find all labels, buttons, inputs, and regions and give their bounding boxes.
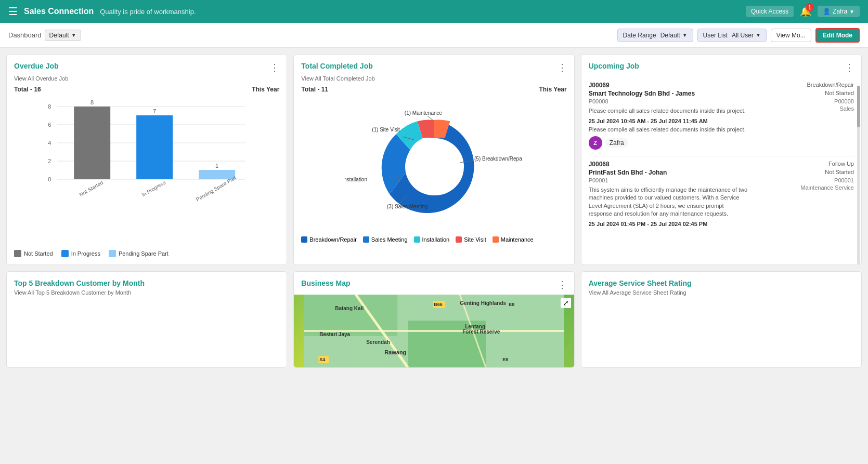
label-maintenance: (1) Maintenance — [405, 110, 443, 116]
svg-text:6: 6 — [48, 122, 51, 128]
completed-header: Total Completed Job ⋮ — [301, 62, 566, 73]
svg-text:E8: E8 — [502, 357, 508, 362]
upcoming-body[interactable]: J00069 Breakdown/Repair Smart Technology… — [581, 77, 861, 241]
job-company-j00069: Smart Technology Sdn Bhd - James — [589, 90, 695, 97]
job-type-j00068: Follow Up — [828, 161, 854, 168]
completed-year: This Year — [539, 86, 567, 93]
overdue-legend: Not Started In Progress Pending Spare Pa… — [14, 250, 279, 257]
job-time-j00068: 25 Jul 2024 01:45 PM - 25 Jul 2024 02:45… — [589, 221, 854, 227]
pie-legend-box-breakdown — [301, 236, 307, 243]
svg-text:2: 2 — [48, 158, 51, 164]
pie-legend-installation: Installation — [414, 236, 450, 243]
top-navigation: ☰ Sales Connection Quality is pride of w… — [0, 0, 868, 23]
user-name: Zafra — [833, 8, 847, 15]
chevron-down-icon-4: ▼ — [756, 32, 761, 38]
job-proj-right-j00068: P00001 — [834, 177, 854, 183]
pie-legend-site-visit: Site Visit — [456, 236, 486, 243]
job-row-proj-2: P00001 P00001 — [589, 177, 854, 183]
dashboard-default-dropdown[interactable]: Default ▼ — [45, 30, 81, 41]
notification-bell[interactable]: 🔔 1 — [800, 6, 811, 17]
chevron-down-icon-3: ▼ — [682, 32, 688, 38]
job-row-id-type: J00069 Breakdown/Repair — [589, 82, 854, 89]
job-category-j00069: Sales — [839, 105, 854, 116]
map-expand-button[interactable]: ⤢ — [561, 298, 571, 308]
avg-rating-title: Average Service Sheet Rating — [589, 279, 692, 287]
job-assignee-wrap: Z Zafra — [589, 136, 854, 150]
user-menu-button[interactable]: 👤 Zafra ▼ — [818, 6, 860, 17]
map-area: Batang Kali Genting Highlands Bestari Ja… — [294, 295, 574, 367]
completed-title: Total Completed Job — [301, 62, 372, 70]
legend-label-pending: Pending Spare Part — [119, 250, 169, 257]
bar-in-progress — [136, 115, 173, 179]
pie-legend-maintenance: Maintenance — [493, 236, 534, 243]
svg-text:Forest Reserve: Forest Reserve — [462, 329, 500, 335]
map-title: Business Map — [301, 279, 350, 290]
pie-legend-breakdown: Breakdown/Repair — [301, 236, 357, 243]
avg-rating-card: Average Service Sheet Rating View All Av… — [581, 271, 862, 368]
avg-rating-header: Average Service Sheet Rating — [589, 279, 854, 287]
svg-text:Serendah: Serendah — [366, 339, 390, 345]
completed-total: Total - 11 — [301, 86, 328, 93]
line-maintenance — [427, 116, 433, 120]
svg-text:E8: E8 — [509, 302, 514, 307]
overdue-subtitle: View All Overdue Job — [14, 75, 279, 82]
bar-chart-svg: 8 6 4 2 0 8 7 1 — [14, 99, 279, 245]
legend-label-in-progress: In Progress — [71, 250, 100, 257]
menu-icon[interactable]: ☰ — [8, 5, 18, 18]
svg-text:4: 4 — [48, 140, 51, 146]
job-row-category: Please compile all sales related documen… — [589, 105, 854, 116]
svg-text:Bestari Jaya: Bestari Jaya — [319, 332, 350, 337]
job-item-j00069: J00069 Breakdown/Repair Smart Technology… — [589, 77, 854, 156]
date-range-label: Date Range — [623, 32, 656, 39]
job-row-company-2: PrintFast Sdn Bhd - Johan Not Started — [589, 169, 854, 176]
label-installation: (1) Installation — [345, 177, 367, 182]
overdue-bar-chart: 8 6 4 2 0 8 7 1 — [14, 99, 279, 245]
legend-box-in-progress — [61, 250, 69, 257]
overdue-job-card: Overdue Job ⋮ View All Overdue Job Total… — [6, 54, 287, 265]
upcoming-header: Upcoming Job ⋮ — [581, 55, 861, 77]
job-row-company: Smart Technology Sdn Bhd - James Not Sta… — [589, 90, 854, 97]
svg-text:8: 8 — [48, 103, 51, 110]
user-icon: 👤 — [823, 8, 831, 15]
user-list-dropdown[interactable]: User List All User ▼ — [697, 29, 767, 42]
job-item-j00068: J00068 Follow Up PrintFast Sdn Bhd - Joh… — [589, 156, 854, 234]
legend-not-started: Not Started — [14, 250, 53, 257]
svg-text:In Progress: In Progress — [141, 179, 167, 197]
date-range-dropdown[interactable]: Date Range Default ▼ — [617, 29, 693, 42]
map-header: Business Map ⋮ — [294, 272, 574, 295]
job-proj-right-j00069: P00008 — [834, 98, 854, 104]
svg-text:Rawang: Rawang — [384, 349, 406, 355]
avatar-name-zafra: Zafra — [605, 138, 628, 148]
nav-left: ☰ Sales Connection Quality is pride of w… — [8, 5, 196, 18]
view-mode-button[interactable]: View Mo... — [771, 29, 811, 42]
edit-mode-button[interactable]: Edit Mode — [815, 28, 860, 43]
map-menu-icon[interactable]: ⋮ — [558, 279, 567, 290]
pie-legend-label-site-visit: Site Visit — [464, 236, 486, 243]
pie-legend-sales: Sales Meeting — [363, 236, 408, 243]
upcoming-menu-icon[interactable]: ⋮ — [845, 62, 854, 73]
label-breakdown: (5) Breakdown/Repair — [474, 156, 522, 162]
svg-text:B66: B66 — [434, 302, 443, 307]
legend-box-pending — [109, 250, 116, 257]
label-site-visit: (1) Site Visit — [372, 127, 400, 132]
overdue-menu-icon[interactable]: ⋮ — [270, 62, 279, 73]
upcoming-job-card: Upcoming Job ⋮ J00069 Breakdown/Repair S… — [581, 54, 862, 265]
pie-legend-box-maintenance — [493, 236, 499, 243]
chevron-down-icon: ▼ — [849, 9, 854, 15]
avatar-z: Z — [589, 136, 602, 150]
subnav-right: Date Range Default ▼ User List All User … — [617, 28, 860, 43]
scroll-indicator — [857, 86, 860, 264]
job-time-j00069: 25 Jul 2024 10:45 AM - 25 Jul 2024 11:45… — [589, 118, 854, 124]
app-tagline: Quality is pride of workmanship. — [100, 8, 196, 16]
pie-legend-label-installation: Installation — [422, 236, 450, 243]
quick-access-button[interactable]: Quick Access — [746, 6, 794, 17]
legend-label-not-started: Not Started — [24, 250, 53, 257]
svg-text:0: 0 — [48, 176, 51, 182]
job-proj-j00068: P00001 — [589, 177, 608, 183]
subnav-left: Dashboard Default ▼ — [8, 30, 81, 41]
job-desc2-j00069: Please compile all sales related documen… — [589, 126, 854, 134]
main-content: Overdue Job ⋮ View All Overdue Job Total… — [0, 48, 868, 374]
job-row-proj: P00008 P00008 — [589, 98, 854, 104]
completed-menu-icon[interactable]: ⋮ — [558, 62, 567, 73]
app-title: Sales Connection — [24, 7, 94, 16]
